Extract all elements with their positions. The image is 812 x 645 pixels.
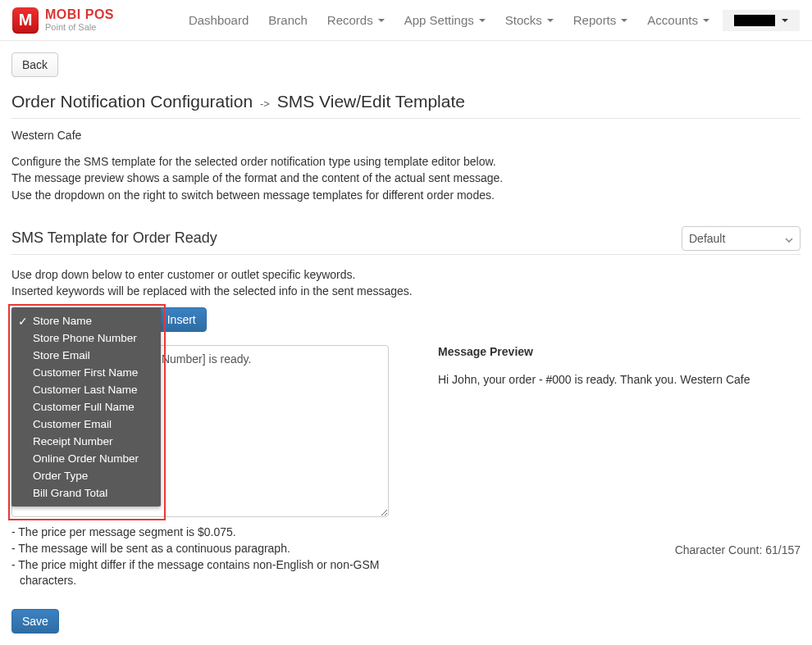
caret-icon xyxy=(547,19,554,22)
nav-app-settings[interactable]: App Settings xyxy=(395,1,495,39)
keyword-option[interactable]: Store Phone Number xyxy=(11,329,161,347)
keyword-option[interactable]: Receipt Number xyxy=(11,433,161,450)
caret-icon xyxy=(621,19,627,22)
outlet-name: Western Cafe xyxy=(11,129,801,142)
nav-stocks[interactable]: Stocks xyxy=(495,1,563,39)
page-title: Order Notification Configuration -> SMS … xyxy=(11,92,801,111)
account-menu[interactable] xyxy=(723,10,800,31)
keyword-option[interactable]: Customer Email xyxy=(11,416,161,433)
divider xyxy=(11,254,801,255)
character-count: Character Count: 61/157 xyxy=(438,543,801,556)
caret-icon xyxy=(378,19,385,22)
brand-subtitle: Point of Sale xyxy=(45,23,114,32)
caret-icon xyxy=(479,19,486,22)
insert-button[interactable]: Insert xyxy=(157,307,207,332)
logo-icon: M xyxy=(12,7,39,34)
caret-icon xyxy=(703,19,709,22)
description: Configure the SMS template for the selec… xyxy=(11,153,801,203)
preview-heading: Message Preview xyxy=(438,345,801,358)
save-button[interactable]: Save xyxy=(11,609,59,634)
keyword-option[interactable]: Customer First Name xyxy=(11,364,161,381)
brand[interactable]: M MOBI POS Point of Sale xyxy=(12,7,114,34)
preview-text: Hi John, your order - #000 is ready. Tha… xyxy=(438,373,801,386)
back-button[interactable]: Back xyxy=(11,52,58,77)
keyword-option[interactable]: Store Email xyxy=(11,347,161,364)
section-title: SMS Template for Order Ready xyxy=(11,229,682,247)
keyword-option[interactable]: Store Name xyxy=(11,312,161,329)
divider xyxy=(11,118,801,119)
chevron-down-icon xyxy=(785,232,793,245)
mode-select[interactable]: Default xyxy=(682,226,801,251)
nav-reports[interactable]: Reports xyxy=(563,1,638,39)
nav-accounts[interactable]: Accounts xyxy=(637,1,719,39)
price-notes: - The price per message segment is $0.07… xyxy=(11,525,389,588)
keyword-option[interactable]: Order Type xyxy=(11,467,161,484)
caret-icon xyxy=(782,19,788,22)
keyword-option[interactable]: Customer Last Name xyxy=(11,381,161,398)
keyword-option[interactable]: Online Order Number xyxy=(11,450,161,467)
account-name-redacted xyxy=(734,15,775,26)
nav-links: Dashboard Branch Records App Settings St… xyxy=(179,1,800,39)
keyword-option[interactable]: Customer Full Name xyxy=(11,398,161,416)
nav-branch[interactable]: Branch xyxy=(258,1,317,39)
nav-dashboard[interactable]: Dashboard xyxy=(179,1,258,39)
keyword-dropdown-panel: Store Name Store Phone Number Store Emai… xyxy=(11,307,161,506)
keyword-option[interactable]: Bill Grand Total xyxy=(11,484,161,502)
brand-name: MOBI POS xyxy=(45,8,114,21)
mode-select-value: Default xyxy=(689,232,725,245)
nav-records[interactable]: Records xyxy=(317,1,395,39)
navbar: M MOBI POS Point of Sale Dashboard Branc… xyxy=(0,0,812,41)
helper-text: Use drop down below to enter customer or… xyxy=(11,266,801,300)
